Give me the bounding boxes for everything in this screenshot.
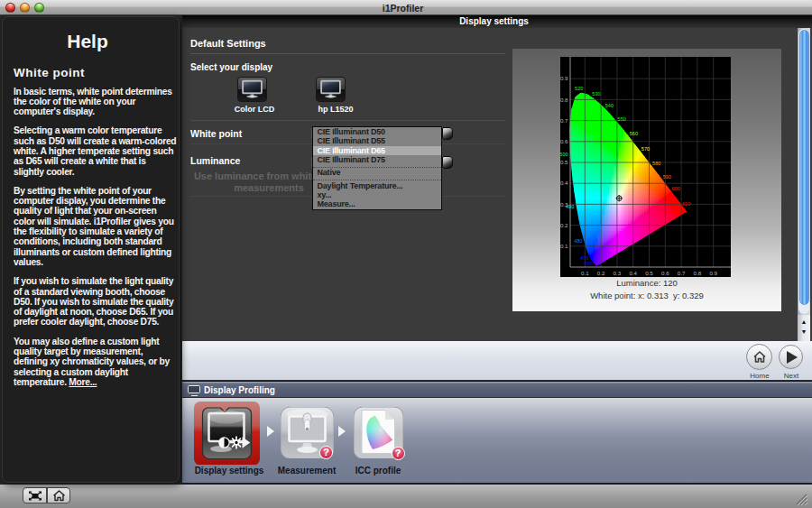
svg-text:0.8: 0.8 [694, 270, 702, 276]
svg-text:580: 580 [652, 161, 660, 166]
svg-text:0.8: 0.8 [560, 97, 568, 103]
svg-text:0.2: 0.2 [560, 222, 568, 228]
svg-text:0.4: 0.4 [560, 180, 568, 186]
svg-text:470: 470 [580, 255, 588, 261]
svg-text:0.4: 0.4 [629, 270, 637, 276]
svg-text:490: 490 [566, 204, 574, 209]
svg-text:0.9: 0.9 [560, 75, 568, 81]
svg-text:0.3: 0.3 [614, 270, 622, 276]
svg-text:520: 520 [575, 86, 583, 91]
svg-text:0.6: 0.6 [560, 138, 568, 144]
svg-text:0.5: 0.5 [645, 270, 653, 276]
svg-text:500: 500 [560, 152, 568, 157]
svg-text:540: 540 [605, 103, 614, 108]
svg-text:0.7: 0.7 [560, 117, 568, 124]
svg-text:0.7: 0.7 [678, 270, 686, 276]
svg-text:0.1: 0.1 [581, 270, 589, 276]
svg-text:550: 550 [618, 116, 626, 122]
svg-text:0.1: 0.1 [560, 243, 568, 249]
svg-text:0.9: 0.9 [709, 270, 717, 276]
svg-text:480: 480 [574, 238, 582, 244]
svg-text:460: 460 [584, 261, 592, 266]
svg-text:600: 600 [671, 186, 679, 191]
svg-text:560: 560 [630, 131, 638, 136]
svg-text:0.2: 0.2 [597, 270, 605, 276]
svg-text:0.5: 0.5 [560, 159, 568, 165]
svg-text:590: 590 [663, 174, 671, 180]
svg-text:620: 620 [682, 201, 690, 207]
svg-text:0.6: 0.6 [661, 270, 669, 276]
svg-text:530: 530 [592, 91, 600, 97]
svg-text:570: 570 [641, 146, 650, 152]
